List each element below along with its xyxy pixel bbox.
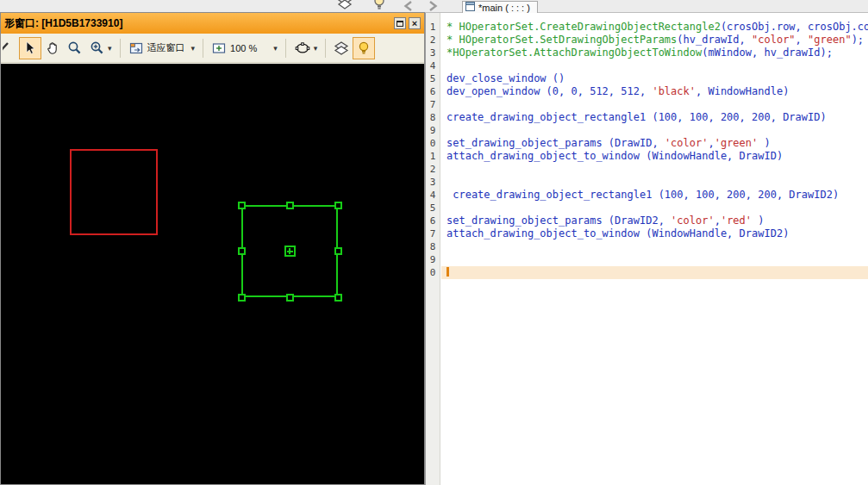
- code-segment: set_drawing_object_params (DrawID,: [446, 137, 665, 149]
- code-segment: dev_open_window (0, 0, 512, 512,: [446, 85, 652, 97]
- close-icon: ×: [412, 19, 417, 28]
- selection-handle[interactable]: [238, 247, 246, 255]
- line-number[interactable]: 2: [426, 34, 440, 47]
- forward-arrow-icon[interactable]: [424, 0, 441, 12]
- dropdown-arrow-icon[interactable]: ▾: [108, 44, 112, 53]
- selection-handle[interactable]: [286, 294, 294, 302]
- line-number-gutter[interactable]: 12345678901234567890: [426, 13, 440, 485]
- hdevelop-screen: *main ( : : : ) 形窗口: [H1D5B1733910] ×: [0, 0, 868, 485]
- line-number[interactable]: 7: [426, 98, 440, 111]
- code-line[interactable]: * HOperatorSet.CreateDrawingObjectRectan…: [441, 21, 868, 34]
- pen-tool-icon[interactable]: [3, 38, 11, 59]
- back-arrow-icon[interactable]: [402, 0, 419, 12]
- code-segment: ,: [796, 34, 808, 46]
- line-number[interactable]: 1: [426, 150, 440, 163]
- code-line[interactable]: [441, 240, 868, 253]
- code-line[interactable]: set_drawing_object_params (DrawID2, 'col…: [441, 215, 868, 227]
- handle-cross: [289, 248, 290, 254]
- tab-main-program[interactable]: *main ( : : : ): [462, 1, 538, 13]
- code-line[interactable]: attach_drawing_object_to_window (WindowH…: [441, 150, 868, 163]
- draw-shape-button[interactable]: ▾: [290, 37, 322, 59]
- code-line[interactable]: [441, 163, 868, 176]
- code-line[interactable]: [441, 98, 868, 111]
- code-line[interactable]: [441, 266, 868, 279]
- code-segment: create_drawing_object_rectangle1 (100, 1…: [446, 189, 839, 201]
- lamp-icon[interactable]: [371, 0, 390, 12]
- code-line[interactable]: *HOperatorSet.AttachDrawingObjectToWindo…: [441, 47, 868, 59]
- code-line[interactable]: set_drawing_object_params (DrawID, 'colo…: [441, 137, 868, 150]
- line-number[interactable]: 9: [426, 124, 440, 137]
- code-line[interactable]: create_drawing_object_rectangle1 (100, 1…: [441, 111, 868, 124]
- code-segment: 'red': [721, 215, 752, 227]
- line-number[interactable]: 4: [426, 59, 440, 72]
- line-number[interactable]: 7: [426, 227, 440, 240]
- graphics-window-titlebar[interactable]: 形窗口: [H1D5B1733910] ×: [1, 13, 424, 34]
- pointer-tool-button[interactable]: [19, 37, 41, 59]
- maximize-button[interactable]: [394, 17, 406, 29]
- code-lines[interactable]: * HOperatorSet.CreateDrawingObjectRectan…: [441, 13, 868, 485]
- layers-icon[interactable]: [336, 0, 355, 12]
- selection-handle[interactable]: [334, 247, 342, 255]
- line-number[interactable]: 5: [426, 72, 440, 85]
- graphics-window: 形窗口: [H1D5B1733910] × ▾: [0, 12, 425, 485]
- code-segment: (crosObj.row, crosObj.colum: [721, 21, 868, 33]
- red-rectangle[interactable]: [70, 149, 158, 235]
- lamp-toggle-button[interactable]: [353, 37, 375, 59]
- selection-handle-center[interactable]: [284, 246, 296, 257]
- line-number[interactable]: 0: [426, 266, 440, 279]
- maximize-icon: [397, 21, 403, 27]
- code-line[interactable]: create_drawing_object_rectangle1 (100, 1…: [441, 189, 868, 202]
- zoom-in-button[interactable]: ▾: [86, 37, 116, 59]
- line-number[interactable]: 5: [426, 202, 440, 215]
- dropdown-arrow-icon[interactable]: ▾: [314, 44, 318, 53]
- line-number[interactable]: 9: [426, 253, 440, 266]
- layers-button[interactable]: [330, 37, 353, 59]
- code-segment: * HOperatorSet.CreateDrawingObjectRectan…: [446, 21, 721, 33]
- pan-tool-button[interactable]: [41, 37, 64, 59]
- code-line[interactable]: * HOperatorSet.SetDrawingObjectParams(hv…: [441, 34, 868, 47]
- tab-label: *main ( : : : ): [478, 3, 530, 13]
- close-button[interactable]: ×: [409, 17, 421, 29]
- code-line[interactable]: [441, 202, 868, 215]
- code-line[interactable]: attach_drawing_object_to_window (WindowH…: [441, 227, 868, 240]
- dropdown-arrow-icon[interactable]: ▾: [191, 44, 196, 53]
- code-line[interactable]: dev_open_window (0, 0, 512, 512, 'black'…: [441, 85, 868, 98]
- line-number[interactable]: 3: [426, 47, 440, 59]
- code-segment: ): [752, 215, 764, 227]
- code-line[interactable]: [441, 59, 868, 72]
- selection-handle[interactable]: [334, 202, 342, 209]
- zoom-level-combo[interactable]: 100 % ▾: [208, 37, 281, 59]
- program-window-icon: [465, 2, 475, 13]
- code-segment: *HOperatorSet.AttachDrawingObjectToWindo…: [446, 47, 702, 59]
- line-number[interactable]: 6: [426, 85, 440, 98]
- line-number[interactable]: 2: [426, 163, 440, 176]
- selection-handle[interactable]: [238, 294, 246, 302]
- line-number[interactable]: 1: [426, 21, 440, 34]
- line-number[interactable]: 6: [426, 215, 440, 227]
- code-line[interactable]: [441, 124, 868, 137]
- line-number[interactable]: 8: [426, 111, 440, 124]
- line-number[interactable]: 4: [426, 189, 440, 202]
- toolbar-separator: [325, 39, 326, 58]
- code-segment: );: [852, 34, 864, 46]
- line-number[interactable]: 8: [426, 240, 440, 253]
- toolbar-separator: [120, 39, 121, 58]
- code-segment: "green": [808, 34, 852, 46]
- graphics-canvas[interactable]: [1, 64, 424, 484]
- code-line[interactable]: [441, 253, 868, 266]
- selection-handle[interactable]: [334, 294, 342, 302]
- dropdown-arrow-icon[interactable]: ▾: [273, 44, 278, 53]
- top-toolbar-strip: *main ( : : : ): [0, 0, 868, 13]
- code-segment: set_drawing_object_params (DrawID2,: [446, 215, 671, 227]
- fit-window-button[interactable]: 适应窗口 ▾: [125, 37, 199, 59]
- selection-handle[interactable]: [238, 202, 246, 209]
- selection-handle[interactable]: [286, 202, 294, 209]
- code-segment: * HOperatorSet.SetDrawingObjectParams: [446, 34, 677, 46]
- line-number[interactable]: 3: [426, 176, 440, 189]
- program-editor: 12345678901234567890 * HOperatorSet.Crea…: [425, 13, 868, 485]
- line-number[interactable]: 0: [426, 137, 440, 150]
- code-line[interactable]: dev_close_window (): [441, 72, 868, 85]
- code-segment: 'color': [671, 215, 715, 227]
- zoom-tool-button[interactable]: [64, 37, 86, 59]
- code-line[interactable]: [441, 176, 868, 189]
